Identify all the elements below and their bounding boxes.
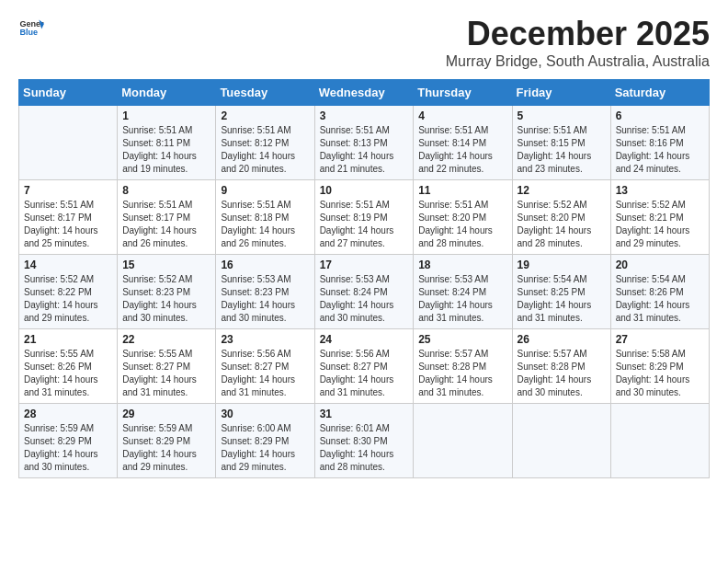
weekday-header-row: SundayMondayTuesdayWednesdayThursdayFrid…	[19, 80, 710, 106]
calendar-cell: 15Sunrise: 5:52 AM Sunset: 8:23 PM Dayli…	[118, 255, 216, 329]
day-info: Sunrise: 5:51 AM Sunset: 8:16 PM Dayligh…	[616, 124, 704, 176]
calendar-cell: 23Sunrise: 5:56 AM Sunset: 8:27 PM Dayli…	[216, 329, 314, 404]
calendar-cell: 5Sunrise: 5:51 AM Sunset: 8:15 PM Daylig…	[512, 106, 610, 180]
day-info: Sunrise: 5:55 AM Sunset: 8:26 PM Dayligh…	[24, 348, 112, 399]
day-number: 8	[122, 184, 210, 197]
day-number: 4	[418, 109, 506, 122]
calendar-cell: 1Sunrise: 5:51 AM Sunset: 8:11 PM Daylig…	[118, 106, 216, 180]
day-info: Sunrise: 5:53 AM Sunset: 8:24 PM Dayligh…	[320, 273, 409, 325]
calendar-cell: 25Sunrise: 5:57 AM Sunset: 8:28 PM Dayli…	[414, 329, 512, 404]
calendar-cell: 24Sunrise: 5:56 AM Sunset: 8:27 PM Dayli…	[314, 329, 414, 404]
calendar-cell: 21Sunrise: 5:55 AM Sunset: 8:26 PM Dayli…	[19, 329, 118, 404]
day-info: Sunrise: 5:58 AM Sunset: 8:29 PM Dayligh…	[616, 348, 704, 399]
calendar-cell: 14Sunrise: 5:52 AM Sunset: 8:22 PM Dayli…	[19, 255, 118, 329]
calendar-cell: 30Sunrise: 6:00 AM Sunset: 8:29 PM Dayli…	[216, 404, 314, 478]
day-info: Sunrise: 5:57 AM Sunset: 8:28 PM Dayligh…	[518, 348, 606, 399]
day-number: 16	[221, 259, 309, 271]
day-info: Sunrise: 5:52 AM Sunset: 8:20 PM Dayligh…	[518, 199, 606, 250]
weekday-header-sunday: Sunday	[19, 80, 118, 106]
day-info: Sunrise: 5:51 AM Sunset: 8:20 PM Dayligh…	[418, 199, 506, 250]
header: General Blue December 2025 Murray Bridge…	[18, 15, 710, 70]
calendar-week-row: 14Sunrise: 5:52 AM Sunset: 8:22 PM Dayli…	[19, 255, 710, 329]
day-info: Sunrise: 5:51 AM Sunset: 8:13 PM Dayligh…	[320, 124, 409, 176]
day-number: 14	[24, 259, 112, 271]
day-info: Sunrise: 5:51 AM Sunset: 8:17 PM Dayligh…	[122, 199, 210, 250]
day-number: 12	[518, 184, 606, 197]
calendar-cell: 18Sunrise: 5:53 AM Sunset: 8:24 PM Dayli…	[414, 255, 512, 329]
location-subtitle: Murray Bridge, South Australia, Australi…	[446, 53, 710, 70]
calendar-cell: 16Sunrise: 5:53 AM Sunset: 8:23 PM Dayli…	[216, 255, 314, 329]
day-number: 5	[518, 109, 606, 122]
weekday-header-friday: Friday	[512, 80, 610, 106]
day-info: Sunrise: 5:53 AM Sunset: 8:24 PM Dayligh…	[418, 273, 506, 325]
title-area: December 2025 Murray Bridge, South Austr…	[446, 15, 710, 70]
calendar-cell: 29Sunrise: 5:59 AM Sunset: 8:29 PM Dayli…	[118, 404, 216, 478]
day-number: 26	[518, 333, 606, 346]
calendar-cell: 11Sunrise: 5:51 AM Sunset: 8:20 PM Dayli…	[414, 180, 512, 255]
day-info: Sunrise: 5:51 AM Sunset: 8:17 PM Dayligh…	[24, 199, 112, 250]
day-info: Sunrise: 5:57 AM Sunset: 8:28 PM Dayligh…	[418, 348, 506, 399]
calendar-cell: 17Sunrise: 5:53 AM Sunset: 8:24 PM Dayli…	[314, 255, 414, 329]
day-info: Sunrise: 5:51 AM Sunset: 8:11 PM Dayligh…	[122, 124, 210, 176]
day-number: 19	[518, 259, 606, 271]
day-info: Sunrise: 5:56 AM Sunset: 8:27 PM Dayligh…	[320, 348, 409, 399]
calendar-cell	[414, 404, 512, 478]
day-info: Sunrise: 5:51 AM Sunset: 8:12 PM Dayligh…	[221, 124, 309, 176]
day-number: 2	[221, 109, 309, 122]
calendar-cell: 13Sunrise: 5:52 AM Sunset: 8:21 PM Dayli…	[610, 180, 709, 255]
calendar-week-row: 21Sunrise: 5:55 AM Sunset: 8:26 PM Dayli…	[19, 329, 710, 404]
calendar-cell: 4Sunrise: 5:51 AM Sunset: 8:14 PM Daylig…	[414, 106, 512, 180]
day-number: 27	[616, 333, 704, 346]
logo: General Blue	[18, 15, 44, 40]
day-number: 20	[616, 259, 704, 271]
weekday-header-monday: Monday	[118, 80, 216, 106]
day-number: 11	[418, 184, 506, 197]
day-info: Sunrise: 5:56 AM Sunset: 8:27 PM Dayligh…	[221, 348, 309, 399]
weekday-header-wednesday: Wednesday	[314, 80, 414, 106]
calendar-cell: 28Sunrise: 5:59 AM Sunset: 8:29 PM Dayli…	[19, 404, 118, 478]
calendar-cell: 19Sunrise: 5:54 AM Sunset: 8:25 PM Dayli…	[512, 255, 610, 329]
calendar-cell: 12Sunrise: 5:52 AM Sunset: 8:20 PM Dayli…	[512, 180, 610, 255]
day-number: 13	[616, 184, 704, 197]
calendar-cell: 6Sunrise: 5:51 AM Sunset: 8:16 PM Daylig…	[610, 106, 709, 180]
calendar-week-row: 28Sunrise: 5:59 AM Sunset: 8:29 PM Dayli…	[19, 404, 710, 478]
day-info: Sunrise: 5:59 AM Sunset: 8:29 PM Dayligh…	[122, 422, 210, 474]
calendar-cell: 2Sunrise: 5:51 AM Sunset: 8:12 PM Daylig…	[216, 106, 314, 180]
calendar-cell: 10Sunrise: 5:51 AM Sunset: 8:19 PM Dayli…	[314, 180, 414, 255]
day-number: 17	[320, 259, 409, 271]
day-info: Sunrise: 5:55 AM Sunset: 8:27 PM Dayligh…	[122, 348, 210, 399]
day-number: 18	[418, 259, 506, 271]
calendar-week-row: 7Sunrise: 5:51 AM Sunset: 8:17 PM Daylig…	[19, 180, 710, 255]
svg-text:Blue: Blue	[19, 28, 38, 37]
day-info: Sunrise: 5:51 AM Sunset: 8:14 PM Dayligh…	[418, 124, 506, 176]
day-number: 28	[24, 408, 112, 420]
calendar-cell	[19, 106, 118, 180]
calendar-cell	[512, 404, 610, 478]
day-info: Sunrise: 5:54 AM Sunset: 8:25 PM Dayligh…	[518, 273, 606, 325]
day-info: Sunrise: 5:52 AM Sunset: 8:21 PM Dayligh…	[616, 199, 704, 250]
day-number: 3	[320, 109, 409, 122]
day-number: 9	[221, 184, 309, 197]
day-number: 7	[24, 184, 112, 197]
day-number: 10	[320, 184, 409, 197]
day-number: 23	[221, 333, 309, 346]
day-number: 1	[122, 109, 210, 122]
calendar-cell: 27Sunrise: 5:58 AM Sunset: 8:29 PM Dayli…	[610, 329, 709, 404]
calendar-table: SundayMondayTuesdayWednesdayThursdayFrid…	[18, 79, 710, 478]
calendar-cell: 3Sunrise: 5:51 AM Sunset: 8:13 PM Daylig…	[314, 106, 414, 180]
calendar-cell: 22Sunrise: 5:55 AM Sunset: 8:27 PM Dayli…	[118, 329, 216, 404]
day-number: 29	[122, 408, 210, 420]
weekday-header-saturday: Saturday	[610, 80, 709, 106]
day-number: 15	[122, 259, 210, 271]
day-number: 22	[122, 333, 210, 346]
weekday-header-thursday: Thursday	[414, 80, 512, 106]
day-info: Sunrise: 6:00 AM Sunset: 8:29 PM Dayligh…	[221, 422, 309, 474]
logo-icon: General Blue	[18, 15, 44, 40]
calendar-cell: 31Sunrise: 6:01 AM Sunset: 8:30 PM Dayli…	[314, 404, 414, 478]
day-number: 21	[24, 333, 112, 346]
calendar-cell: 20Sunrise: 5:54 AM Sunset: 8:26 PM Dayli…	[610, 255, 709, 329]
day-number: 24	[320, 333, 409, 346]
day-info: Sunrise: 6:01 AM Sunset: 8:30 PM Dayligh…	[320, 422, 409, 474]
calendar-week-row: 1Sunrise: 5:51 AM Sunset: 8:11 PM Daylig…	[19, 106, 710, 180]
day-info: Sunrise: 5:51 AM Sunset: 8:18 PM Dayligh…	[221, 199, 309, 250]
